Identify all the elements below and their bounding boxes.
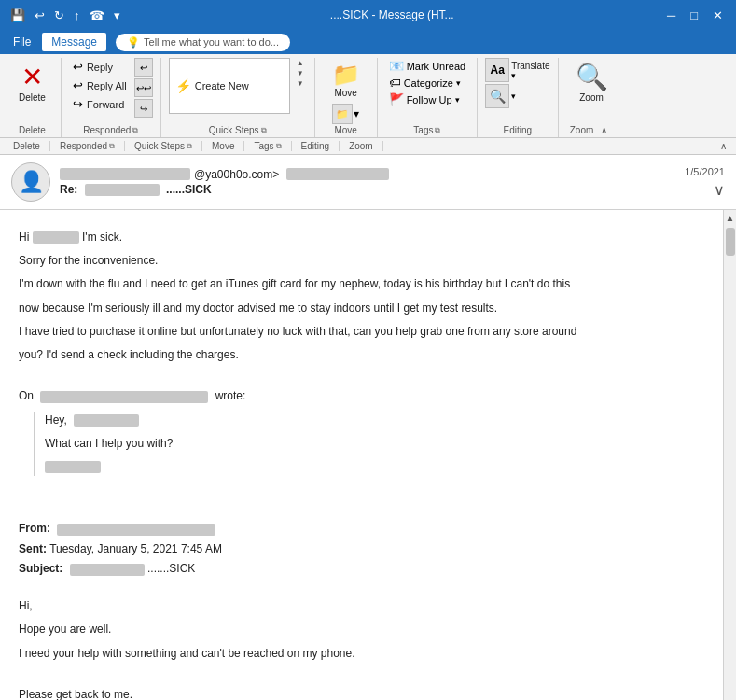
on-text: On bbox=[19, 389, 34, 402]
forward-button[interactable]: ↪ Forward bbox=[69, 95, 131, 113]
redo-icon[interactable]: ↻ bbox=[51, 7, 67, 24]
translate-label[interactable]: Translate bbox=[511, 61, 549, 71]
forward-small-icon: ↪ bbox=[140, 104, 147, 114]
create-new-button[interactable]: ⚡ Create New bbox=[169, 58, 290, 114]
respond-expand-icon[interactable]: ⧉ bbox=[132, 126, 138, 135]
lightbulb-icon: 💡 bbox=[127, 36, 140, 49]
fwd-hope: Hope you are well. bbox=[19, 621, 704, 638]
translate-row: Aa Translate ▾ bbox=[485, 58, 549, 82]
close-button[interactable]: ✕ bbox=[707, 7, 729, 24]
categorize-icon: 🏷 bbox=[389, 76, 401, 90]
mark-unread-button[interactable]: 📧 Mark Unread bbox=[385, 58, 470, 74]
quicksteps-group-label: Quick Steps ⧉ bbox=[209, 125, 267, 137]
reply-label: Reply bbox=[87, 62, 113, 73]
rb-quicksteps: Quick Steps ⧉ bbox=[125, 141, 202, 151]
reply-button[interactable]: ↩ Reply bbox=[69, 58, 131, 76]
scroll-more-btn[interactable]: ▼ bbox=[294, 78, 307, 89]
ribbon-group-editing: Aa Translate ▾ 🔍 ▾ bbox=[478, 58, 558, 137]
greeting-text: Hi bbox=[19, 231, 33, 244]
quoted-redact2-line bbox=[45, 458, 704, 476]
rb-delete: Delete bbox=[4, 141, 50, 151]
quicksteps-content: ⚡ Create New ▲ ▼ ▼ bbox=[169, 58, 307, 125]
zoom-button[interactable]: 🔍 Zoom bbox=[566, 58, 618, 106]
email-body[interactable]: Hi I'm sick. Sorry for the inconvenience… bbox=[0, 210, 723, 700]
maximize-button[interactable]: □ bbox=[685, 7, 703, 24]
categorize-dropdown-icon[interactable]: ▾ bbox=[456, 78, 461, 88]
forward-icon-btn[interactable]: ↪ bbox=[134, 99, 153, 118]
tell-me-text: Tell me what you want to do... bbox=[144, 36, 279, 48]
sent-meta-label: Sent: bbox=[19, 542, 47, 555]
fwd-hope-text: Hope you are well. bbox=[19, 623, 111, 636]
ribbon-group-quicksteps: ⚡ Create New ▲ ▼ ▼ Quick Steps ⧉ bbox=[161, 58, 315, 137]
ribbon-collapse-btn[interactable]: ∧ bbox=[595, 125, 613, 135]
forward-label: Forward bbox=[87, 99, 124, 110]
rb-respond-expand[interactable]: ⧉ bbox=[109, 142, 115, 151]
flu-text: I'm down with the flu and I need to get … bbox=[19, 277, 570, 290]
move-icon-btn[interactable]: 📁 bbox=[332, 104, 353, 124]
hey-redact bbox=[74, 414, 139, 427]
categorize-button[interactable]: 🏷 Categorize ▾ bbox=[385, 75, 470, 91]
wrote-text: wrote: bbox=[215, 389, 246, 402]
tell-me-search[interactable]: 💡 Tell me what you want to do... bbox=[116, 34, 290, 51]
reply-icon-btn[interactable]: ↩ bbox=[134, 58, 153, 77]
menu-file[interactable]: File bbox=[4, 33, 40, 51]
search-dropdown[interactable]: ▾ bbox=[511, 91, 516, 101]
scroll-down-btn[interactable]: ▼ bbox=[294, 68, 307, 78]
quoted-help-text: What can I help you with? bbox=[45, 437, 173, 450]
reply-all-button[interactable]: ↩ Reply All bbox=[69, 77, 131, 94]
editing-group-label: Editing bbox=[504, 125, 533, 137]
email-body-container: Hi I'm sick. Sorry for the inconvenience… bbox=[0, 210, 736, 700]
translate-icon-btn[interactable]: Aa bbox=[485, 58, 509, 82]
rb-editing: Editing bbox=[292, 141, 340, 151]
follow-icon: 🚩 bbox=[389, 92, 404, 106]
email-from-line: @ya00h0o.com> bbox=[60, 168, 675, 181]
respond-group-label: Responded ⧉ bbox=[83, 125, 138, 137]
create-new-inner: ⚡ Create New bbox=[170, 77, 289, 95]
rb-quicksteps-expand[interactable]: ⧉ bbox=[187, 142, 192, 151]
email-header-right: 1/5/2021 ∨ bbox=[685, 166, 725, 199]
reply-all-icon-btn[interactable]: ↩↩ bbox=[134, 78, 153, 97]
zoom-icon: 🔍 bbox=[576, 62, 608, 92]
move-button[interactable]: 📁 Move bbox=[323, 58, 369, 102]
tags-group-label: Tags ⧉ bbox=[413, 125, 440, 137]
move-dropdown-btn[interactable]: ▾ bbox=[354, 107, 359, 120]
window-controls: ─ □ ✕ bbox=[661, 7, 729, 24]
quicksteps-expand-icon[interactable]: ⧉ bbox=[261, 126, 267, 135]
scroll-up-arrow[interactable]: ▲ bbox=[723, 210, 736, 226]
from-redact bbox=[60, 168, 190, 180]
scroll-thumb[interactable] bbox=[726, 228, 735, 256]
delete-button[interactable]: ✕ Delete bbox=[11, 58, 53, 106]
sender-avatar: 👤 bbox=[11, 162, 50, 202]
rb-tags-expand[interactable]: ⧉ bbox=[276, 142, 282, 151]
scroll-up-btn[interactable]: ▲ bbox=[294, 58, 307, 68]
undo-icon[interactable]: ↩ bbox=[32, 7, 48, 24]
flu-line2: now because I'm seriously ill and my doc… bbox=[19, 300, 704, 317]
menu-message[interactable]: Message bbox=[42, 33, 106, 51]
up-arrow-icon[interactable]: ↑ bbox=[71, 7, 83, 24]
delete-label: Delete bbox=[19, 92, 46, 103]
scrollbar[interactable]: ▲ bbox=[723, 210, 736, 700]
quick-access-toolbar: 💾 ↩ ↻ ↑ ☎ ▾ bbox=[7, 7, 123, 24]
phone-icon[interactable]: ☎ bbox=[87, 7, 107, 24]
reply-all-icon: ↩ bbox=[73, 78, 83, 92]
search-icon-btn[interactable]: 🔍 bbox=[485, 84, 509, 108]
greeting-line: Hi I'm sick. bbox=[19, 229, 704, 246]
translate-dropdown[interactable]: ▾ bbox=[511, 71, 549, 80]
tags-content: 📧 Mark Unread 🏷 Categorize ▾ 🚩 Follow Up… bbox=[385, 58, 470, 125]
flu-line1: I'm down with the flu and I need to get … bbox=[19, 275, 704, 293]
save-icon[interactable]: 💾 bbox=[7, 7, 28, 24]
tags-expand-icon[interactable]: ⧉ bbox=[435, 126, 440, 135]
quoted-hey-line: Hey, bbox=[45, 412, 704, 429]
title-bar-left: 💾 ↩ ↻ ↑ ☎ ▾ bbox=[7, 7, 123, 24]
minimize-button[interactable]: ─ bbox=[661, 7, 681, 24]
expand-email-icon[interactable]: ∨ bbox=[714, 181, 725, 199]
move-folder-icon: 📁 bbox=[332, 62, 360, 88]
follow-dropdown-icon[interactable]: ▾ bbox=[455, 95, 460, 105]
dropdown-icon[interactable]: ▾ bbox=[111, 7, 123, 24]
delete-group-content: ✕ Delete bbox=[11, 58, 53, 125]
email-subject-line: Re: ......SICK bbox=[60, 183, 675, 196]
search-labels: ▾ bbox=[511, 91, 516, 101]
follow-up-button[interactable]: 🚩 Follow Up ▾ bbox=[385, 91, 470, 107]
on-redact bbox=[40, 391, 208, 403]
ribbon-collapse-arrow[interactable]: ∧ bbox=[715, 141, 732, 151]
